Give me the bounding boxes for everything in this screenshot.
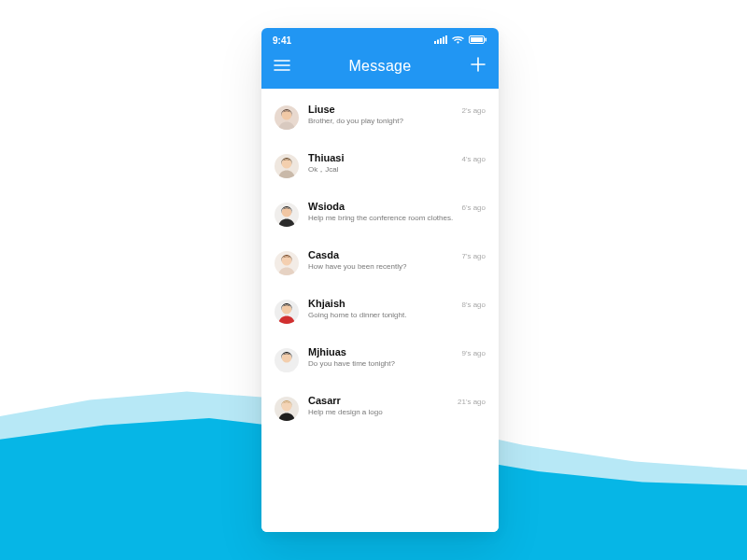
conversation-row[interactable]: Thiuasi 4's ago Ok，Jcal	[261, 141, 499, 189]
contact-name: Mjhiuas	[308, 346, 346, 357]
menu-button[interactable]	[273, 57, 291, 76]
message-preview: Do you have time tonight?	[308, 359, 486, 369]
svg-rect-8	[486, 38, 487, 42]
nav-bar: Message	[273, 53, 487, 79]
conversation-row[interactable]: Liuse 2's ago Brother, do you play tonig…	[261, 92, 499, 141]
svg-point-15	[282, 110, 291, 119]
message-preview: Help me bring the conference room clothe…	[308, 214, 486, 223]
app-header: 9:41	[261, 28, 499, 89]
phone-frame: 9:41	[261, 28, 499, 532]
conversation-main: Mjhiuas 9's ago Do you have time tonight…	[308, 346, 486, 369]
timestamp: 8's ago	[461, 301, 486, 309]
compose-button[interactable]	[469, 57, 487, 76]
conversation-list[interactable]: Liuse 2's ago Brother, do you play tonig…	[261, 89, 499, 532]
plus-icon	[471, 57, 486, 76]
conversation-main: Thiuasi 4's ago Ok，Jcal	[308, 152, 486, 175]
message-preview: Going home to dinner tonight.	[308, 311, 486, 320]
timestamp: 6's ago	[461, 203, 486, 212]
status-bar: 9:41	[273, 35, 487, 46]
timestamp: 4's ago	[461, 155, 486, 163]
timestamp: 9's ago	[461, 349, 486, 357]
avatar	[275, 251, 299, 275]
contact-name: Casda	[308, 249, 339, 260]
svg-point-17	[282, 159, 291, 168]
conversation-main: Casarr 21's ago Help me design a logo	[308, 395, 486, 417]
conversation-main: Wsioda 6's ago Help me bring the confere…	[308, 201, 486, 223]
message-preview: How have you been recently?	[308, 262, 486, 272]
svg-point-23	[282, 304, 291, 314]
conversation-row[interactable]: Casarr 21's ago Help me design a logo	[261, 384, 499, 432]
svg-rect-1	[437, 40, 439, 45]
contact-name: Wsioda	[308, 201, 345, 212]
avatar	[275, 154, 299, 178]
contact-name: Khjaish	[308, 298, 345, 309]
svg-point-25	[282, 353, 291, 362]
avatar	[275, 105, 299, 130]
svg-rect-2	[440, 38, 442, 44]
avatar	[275, 397, 299, 421]
battery-icon	[469, 35, 487, 46]
timestamp: 2's ago	[461, 106, 486, 115]
svg-rect-0	[434, 41, 436, 44]
svg-point-19	[282, 207, 291, 217]
conversation-main: Casda 7's ago How have you been recently…	[308, 249, 486, 272]
stage: 9:41	[0, 0, 747, 560]
status-time: 9:41	[273, 35, 291, 46]
cellular-icon	[434, 35, 447, 46]
timestamp: 7's ago	[461, 252, 486, 260]
conversation-row[interactable]: Wsioda 6's ago Help me bring the confere…	[261, 189, 499, 238]
status-indicators	[434, 35, 487, 46]
hamburger-icon	[274, 58, 290, 75]
svg-rect-3	[443, 37, 444, 45]
contact-name: Casarr	[308, 395, 341, 406]
svg-rect-7	[471, 37, 483, 42]
contact-name: Thiuasi	[308, 152, 345, 163]
message-preview: Brother, do you play tonight?	[308, 117, 486, 126]
avatar	[275, 300, 299, 324]
page-title: Message	[348, 58, 411, 75]
svg-point-5	[457, 41, 458, 43]
conversation-row[interactable]: Mjhiuas 9's ago Do you have time tonight…	[261, 335, 499, 384]
avatar	[275, 348, 299, 372]
avatar	[275, 203, 299, 227]
message-preview: Ok，Jcal	[308, 165, 486, 175]
contact-name: Liuse	[308, 104, 335, 115]
conversation-main: Liuse 2's ago Brother, do you play tonig…	[308, 104, 486, 126]
message-preview: Help me design a logo	[308, 408, 486, 417]
conversation-main: Khjaish 8's ago Going home to dinner ton…	[308, 298, 486, 320]
svg-point-27	[282, 401, 291, 411]
wifi-icon	[452, 35, 464, 46]
conversation-row[interactable]: Casda 7's ago How have you been recently…	[261, 238, 499, 287]
svg-rect-4	[445, 35, 447, 44]
conversation-row[interactable]: Khjaish 8's ago Going home to dinner ton…	[261, 287, 499, 335]
svg-point-21	[282, 256, 291, 265]
timestamp: 21's ago	[458, 398, 486, 406]
